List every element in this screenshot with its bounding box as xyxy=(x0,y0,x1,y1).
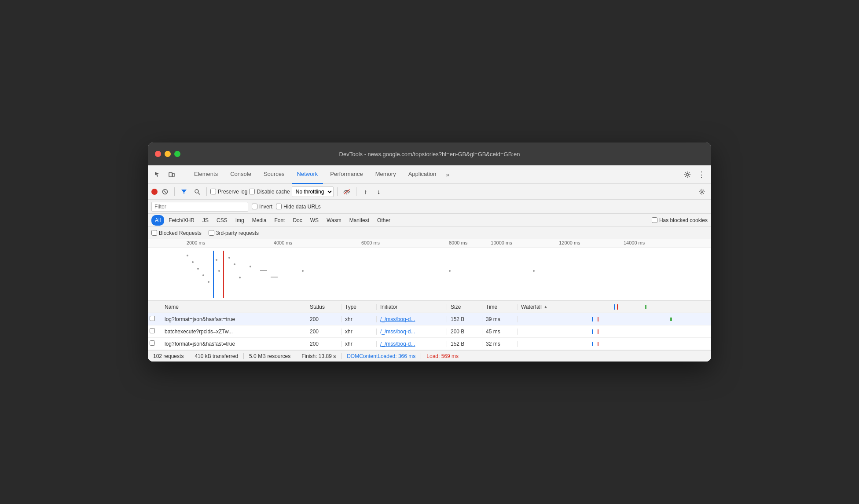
type-btn-other[interactable]: Other xyxy=(374,215,394,226)
title-bar: DevTools - news.google.com/topstories?hl… xyxy=(148,142,711,165)
download-icon[interactable]: ↓ xyxy=(373,186,385,197)
row2-name[interactable]: batchexecute?rpcids=xZTw... xyxy=(161,329,306,335)
row1-initiator[interactable]: /_/mss/boq-d... xyxy=(377,316,447,322)
col-header-name[interactable]: Name xyxy=(161,304,306,310)
type-btn-wasm[interactable]: Wasm xyxy=(323,215,345,226)
type-btn-ws[interactable]: WS xyxy=(307,215,322,226)
dot-9 xyxy=(234,263,235,265)
network-table: Name Status Type Initiator Size Time Wat… xyxy=(148,301,711,350)
tab-console[interactable]: Console xyxy=(225,165,257,184)
clear-button[interactable] xyxy=(159,186,171,197)
type-btn-font[interactable]: Font xyxy=(271,215,288,226)
dot-10 xyxy=(239,277,241,278)
row3-wf-blue xyxy=(592,342,593,346)
table-row[interactable]: log?format=json&hasfast=true 200 xhr /_/… xyxy=(148,338,711,350)
dot-2 xyxy=(192,261,194,263)
col-header-waterfall[interactable]: Waterfall ▲ xyxy=(518,303,711,311)
table-row[interactable]: log?format=json&hasfast=true 200 xhr /_/… xyxy=(148,313,711,325)
type-btn-manifest[interactable]: Manifest xyxy=(346,215,373,226)
row3-name[interactable]: log?format=json&hasfast=true xyxy=(161,341,306,347)
type-btn-fetch-xhr[interactable]: Fetch/XHR xyxy=(165,215,198,226)
dot-remote-3 xyxy=(533,270,535,272)
tab-memory[interactable]: Memory xyxy=(370,165,401,184)
throttle-select[interactable]: No throttling Fast 3G Slow 3G Offline xyxy=(292,186,334,197)
col-header-time[interactable]: Time xyxy=(482,304,518,310)
dot-5 xyxy=(208,281,209,283)
finish-time: Finish: 13.89 s xyxy=(296,353,341,359)
row1-wf-red xyxy=(598,317,598,321)
window-title: DevTools - news.google.com/topstories?hl… xyxy=(339,151,520,157)
row3-check[interactable] xyxy=(148,340,161,347)
row3-initiator[interactable]: /_/mss/boq-d... xyxy=(377,341,447,347)
table-row[interactable]: batchexecute?rpcids=xZTw... 200 xhr /_/m… xyxy=(148,325,711,338)
row2-check[interactable] xyxy=(148,328,161,335)
preserve-log-checkbox[interactable]: Preserve log xyxy=(210,189,247,195)
has-blocked-cookies-checkbox[interactable]: Has blocked cookies xyxy=(652,217,708,223)
minimize-button[interactable] xyxy=(165,151,171,157)
maximize-button[interactable] xyxy=(174,151,180,157)
row3-status: 200 xyxy=(306,341,341,347)
row2-type: xhr xyxy=(341,329,377,335)
row3-waterfall xyxy=(518,342,711,346)
settings-gear-icon[interactable] xyxy=(696,186,708,197)
type-btn-img[interactable]: Img xyxy=(232,215,248,226)
tab-network[interactable]: Network xyxy=(292,165,323,184)
dot-3 xyxy=(197,268,199,270)
timeline-chart[interactable] xyxy=(148,248,711,301)
devtools-window: DevTools - news.google.com/topstories?hl… xyxy=(148,142,711,362)
tick-12000: 12000 ms xyxy=(559,240,580,245)
hide-data-urls-checkbox[interactable]: Hide data URLs xyxy=(276,204,321,210)
row3-time: 32 ms xyxy=(482,341,518,347)
nav-divider-1 xyxy=(185,170,185,179)
type-btn-all[interactable]: All xyxy=(151,215,164,226)
col-header-size[interactable]: Size xyxy=(447,304,482,310)
col-header-initiator[interactable]: Initiator xyxy=(377,304,447,310)
type-btn-media[interactable]: Media xyxy=(249,215,270,226)
row1-name[interactable]: log?format=json&hasfast=true xyxy=(161,316,306,322)
type-btn-css[interactable]: CSS xyxy=(213,215,231,226)
status-bar: 102 requests 410 kB transferred 5.0 MB r… xyxy=(148,350,711,362)
row1-check[interactable] xyxy=(148,316,161,322)
transferred-size: 410 kB transferred xyxy=(189,353,244,359)
disable-cache-checkbox[interactable]: Disable cache xyxy=(249,189,290,195)
dot-8 xyxy=(228,257,230,259)
col-header-status[interactable]: Status xyxy=(306,304,341,310)
close-button[interactable] xyxy=(155,151,161,157)
dot-4 xyxy=(202,274,204,276)
svg-point-5 xyxy=(195,190,198,193)
blocked-requests-checkbox[interactable]: Blocked Requests xyxy=(151,230,202,236)
col-header-type[interactable]: Type xyxy=(341,304,377,310)
row2-wf-blue xyxy=(592,329,593,334)
row2-time: 45 ms xyxy=(482,329,518,335)
svg-point-2 xyxy=(686,173,689,175)
tab-performance[interactable]: Performance xyxy=(325,165,368,184)
dash-2 xyxy=(271,277,278,278)
more-options-icon[interactable]: ⋮ xyxy=(695,168,708,181)
type-btn-js[interactable]: JS xyxy=(199,215,212,226)
timeline-label-spacer xyxy=(148,239,187,248)
row2-initiator[interactable]: /_/mss/boq-d... xyxy=(377,329,447,335)
inspect-element-icon[interactable] xyxy=(151,168,164,181)
type-btn-doc[interactable]: Doc xyxy=(289,215,305,226)
wf-header-blue-line xyxy=(614,304,615,310)
row3-type: xhr xyxy=(341,341,377,347)
device-toolbar-icon[interactable] xyxy=(165,168,178,181)
third-party-checkbox[interactable]: 3rd-party requests xyxy=(209,230,259,236)
filter-input[interactable] xyxy=(151,202,248,212)
upload-icon[interactable]: ↑ xyxy=(360,186,371,197)
row1-time: 39 ms xyxy=(482,316,518,322)
tab-application[interactable]: Application xyxy=(403,165,442,184)
network-conditions-icon[interactable] xyxy=(341,186,352,197)
dash-1 xyxy=(260,270,267,271)
tab-sources[interactable]: Sources xyxy=(258,165,290,184)
record-button[interactable] xyxy=(151,189,158,195)
invert-checkbox[interactable]: Invert xyxy=(252,204,272,210)
search-icon[interactable] xyxy=(191,186,203,197)
tick-14000: 14000 ms xyxy=(624,240,645,245)
timeline-area: 2000 ms 4000 ms 6000 ms 8000 ms 10000 ms… xyxy=(148,239,711,301)
filter-icon[interactable] xyxy=(178,186,190,197)
more-tabs-button[interactable]: » xyxy=(443,165,452,184)
dots-area xyxy=(187,252,711,296)
settings-icon[interactable] xyxy=(681,168,694,181)
tab-elements[interactable]: Elements xyxy=(189,165,223,184)
